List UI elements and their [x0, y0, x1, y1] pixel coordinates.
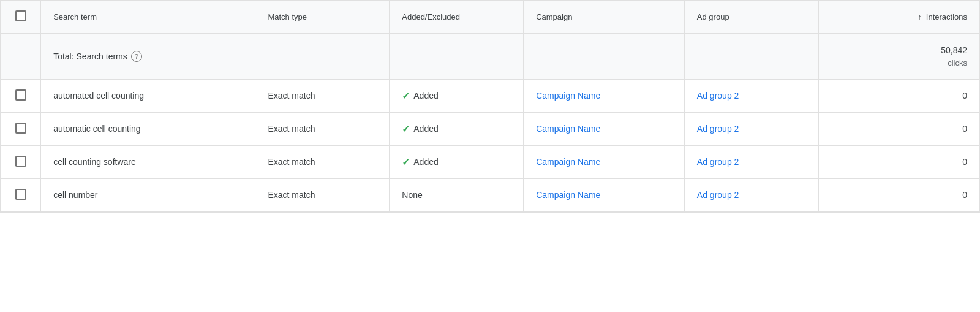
row-3-added-label: None [402, 190, 422, 200]
row-2-added-label: Added [413, 157, 438, 167]
row-3-checkbox-cell[interactable] [1, 178, 41, 211]
row-2-checkbox[interactable] [15, 156, 26, 167]
row-3-interactions: 0 [818, 178, 979, 211]
sort-icon: ↑ [918, 13, 921, 21]
row-3-campaign-link[interactable]: Campaign Name [536, 190, 600, 200]
col-header-added-excluded[interactable]: Added/Excluded [390, 1, 524, 34]
col-header-campaign[interactable]: Campaign [524, 1, 685, 34]
row-1-ad-group-link[interactable]: Ad group 2 [697, 124, 739, 134]
row-0-search-term: automated cell counting [41, 79, 255, 112]
col-header-ad-group[interactable]: Ad group [684, 1, 818, 34]
total-row-added-excluded [390, 34, 524, 79]
total-row-checkbox-cell [1, 34, 41, 79]
row-2-checkbox-cell[interactable] [1, 145, 41, 178]
total-row-ad-group [684, 34, 818, 79]
row-1-checkbox-cell[interactable] [1, 112, 41, 145]
row-1-interactions: 0 [818, 112, 979, 145]
total-interactions-number: 50,842 [831, 44, 967, 57]
row-0-campaign[interactable]: Campaign Name [524, 79, 685, 112]
row-0-checkbox[interactable] [15, 89, 26, 101]
total-row: Total: Search terms ? 50,842 clicks [1, 34, 979, 79]
total-row-label: Total: Search terms [53, 51, 127, 61]
row-0-ad-group[interactable]: Ad group 2 [684, 79, 818, 112]
added-checkmark-icon: ✓ [402, 90, 410, 102]
select-all-header[interactable] [1, 1, 41, 34]
col-header-campaign-label: Campaign [536, 12, 572, 21]
row-0-checkbox-cell[interactable] [1, 79, 41, 112]
table-row: cell counting software Exact match ✓ Add… [1, 145, 979, 178]
total-row-label-cell: Total: Search terms ? [41, 34, 255, 79]
row-0-interactions: 0 [818, 79, 979, 112]
row-3-ad-group-link[interactable]: Ad group 2 [697, 190, 739, 200]
row-2-ad-group[interactable]: Ad group 2 [684, 145, 818, 178]
row-3-added-excluded: None [390, 178, 524, 211]
row-1-added-label: Added [413, 124, 438, 134]
col-header-ad-group-label: Ad group [697, 12, 729, 21]
row-1-search-term: automatic cell counting [41, 112, 255, 145]
row-1-ad-group[interactable]: Ad group 2 [684, 112, 818, 145]
col-header-search-term-label: Search term [53, 12, 97, 21]
col-header-match-type[interactable]: Match type [255, 1, 390, 34]
row-1-campaign-link[interactable]: Campaign Name [536, 124, 600, 134]
row-0-match-type: Exact match [255, 79, 390, 112]
col-header-interactions[interactable]: ↑ Interactions [818, 1, 979, 34]
row-1-added-excluded: ✓ Added [390, 112, 524, 145]
row-0-campaign-link[interactable]: Campaign Name [536, 91, 600, 101]
row-1-campaign[interactable]: Campaign Name [524, 112, 685, 145]
row-2-search-term: cell counting software [41, 145, 255, 178]
row-0-ad-group-link[interactable]: Ad group 2 [697, 91, 739, 101]
select-all-checkbox[interactable] [15, 10, 26, 21]
table-row: automatic cell counting Exact match ✓ Ad… [1, 112, 979, 145]
row-3-ad-group[interactable]: Ad group 2 [684, 178, 818, 211]
col-header-search-term[interactable]: Search term [41, 1, 255, 34]
row-2-interactions: 0 [818, 145, 979, 178]
help-icon[interactable]: ? [131, 51, 142, 62]
row-1-checkbox[interactable] [15, 123, 26, 134]
table-row: automated cell counting Exact match ✓ Ad… [1, 79, 979, 112]
col-header-interactions-label: Interactions [926, 12, 967, 21]
row-0-added-excluded: ✓ Added [390, 79, 524, 112]
table-row: cell number Exact match None Campaign Na… [1, 178, 979, 211]
col-header-added-excluded-label: Added/Excluded [402, 12, 460, 21]
col-header-match-type-label: Match type [268, 12, 307, 21]
row-2-ad-group-link[interactable]: Ad group 2 [697, 157, 739, 167]
row-2-campaign-link[interactable]: Campaign Name [536, 157, 600, 167]
row-0-added-label: Added [413, 91, 438, 101]
row-1-match-type: Exact match [255, 112, 390, 145]
row-2-match-type: Exact match [255, 145, 390, 178]
row-2-added-excluded: ✓ Added [390, 145, 524, 178]
row-2-campaign[interactable]: Campaign Name [524, 145, 685, 178]
row-3-checkbox[interactable] [15, 189, 26, 200]
added-checkmark-icon: ✓ [402, 123, 410, 135]
total-row-interactions: 50,842 clicks [818, 34, 979, 79]
total-row-campaign [524, 34, 685, 79]
added-checkmark-icon: ✓ [402, 156, 410, 168]
row-3-campaign[interactable]: Campaign Name [524, 178, 685, 211]
row-3-match-type: Exact match [255, 178, 390, 211]
row-3-search-term: cell number [41, 178, 255, 211]
total-interactions-unit: clicks [831, 57, 967, 69]
total-row-match-type [255, 34, 390, 79]
